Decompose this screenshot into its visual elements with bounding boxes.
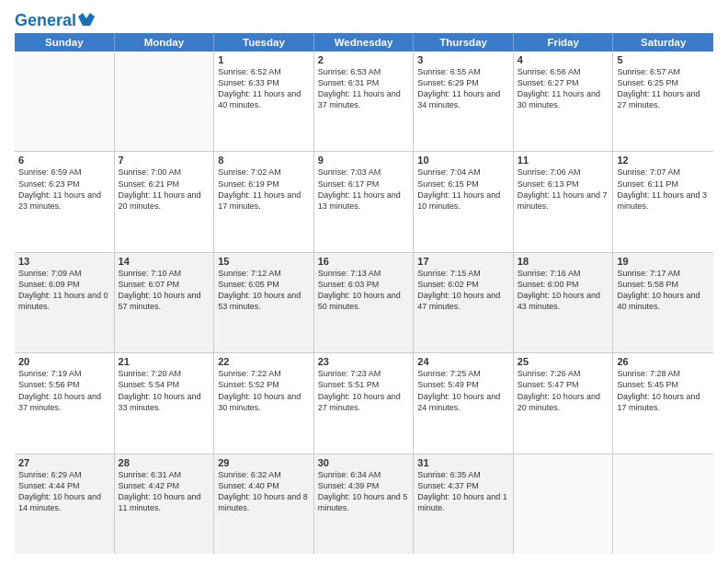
cal-cell	[613, 454, 713, 554]
cal-cell: 11Sunrise: 7:06 AM Sunset: 6:13 PM Dayli…	[514, 152, 614, 251]
day-info: Sunrise: 7:25 AM Sunset: 5:49 PM Dayligh…	[417, 368, 509, 413]
cal-cell: 2Sunrise: 6:53 AM Sunset: 6:31 PM Daylig…	[314, 52, 415, 151]
day-info: Sunrise: 6:34 AM Sunset: 4:39 PM Dayligh…	[318, 469, 410, 514]
day-info: Sunrise: 7:16 AM Sunset: 6:00 PM Dayligh…	[518, 268, 609, 313]
cal-cell	[115, 52, 215, 151]
page: General SundayMondayTuesdayWednesdayThur…	[0, 0, 728, 563]
logo: General	[15, 11, 95, 28]
cal-cell: 17Sunrise: 7:15 AM Sunset: 6:02 PM Dayli…	[414, 253, 514, 352]
cal-cell: 27Sunrise: 6:29 AM Sunset: 4:44 PM Dayli…	[15, 454, 115, 554]
cal-cell: 7Sunrise: 7:00 AM Sunset: 6:21 PM Daylig…	[115, 152, 215, 251]
cal-cell: 14Sunrise: 7:10 AM Sunset: 6:07 PM Dayli…	[115, 253, 215, 352]
day-info: Sunrise: 7:22 AM Sunset: 5:52 PM Dayligh…	[218, 368, 310, 413]
cal-cell: 16Sunrise: 7:13 AM Sunset: 6:03 PM Dayli…	[314, 253, 415, 352]
day-number: 8	[218, 155, 310, 166]
cal-header-monday: Monday	[115, 33, 215, 52]
day-number: 3	[417, 54, 509, 65]
cal-cell: 5Sunrise: 6:57 AM Sunset: 6:25 PM Daylig…	[613, 52, 713, 151]
day-info: Sunrise: 6:55 AM Sunset: 6:29 PM Dayligh…	[417, 66, 509, 111]
day-info: Sunrise: 7:03 AM Sunset: 6:17 PM Dayligh…	[318, 167, 410, 212]
day-number: 9	[318, 155, 410, 166]
cal-cell: 26Sunrise: 7:28 AM Sunset: 5:45 PM Dayli…	[613, 353, 713, 453]
cal-cell: 4Sunrise: 6:56 AM Sunset: 6:27 PM Daylig…	[514, 52, 614, 151]
day-info: Sunrise: 7:10 AM Sunset: 6:07 PM Dayligh…	[119, 268, 210, 313]
cal-cell: 25Sunrise: 7:26 AM Sunset: 5:47 PM Dayli…	[514, 353, 614, 453]
logo-text: General	[15, 12, 76, 30]
day-number: 14	[119, 256, 210, 267]
day-info: Sunrise: 6:53 AM Sunset: 6:31 PM Dayligh…	[318, 66, 410, 111]
day-number: 13	[18, 256, 110, 267]
day-info: Sunrise: 6:31 AM Sunset: 4:42 PM Dayligh…	[119, 469, 210, 514]
day-number: 2	[318, 54, 410, 65]
day-number: 1	[218, 54, 310, 65]
cal-cell: 20Sunrise: 7:19 AM Sunset: 5:56 PM Dayli…	[15, 353, 115, 453]
day-number: 20	[18, 356, 110, 367]
day-info: Sunrise: 7:04 AM Sunset: 6:15 PM Dayligh…	[417, 167, 509, 212]
day-number: 19	[617, 256, 710, 267]
day-info: Sunrise: 7:15 AM Sunset: 6:02 PM Dayligh…	[417, 268, 509, 313]
cal-cell: 23Sunrise: 7:23 AM Sunset: 5:51 PM Dayli…	[314, 353, 415, 453]
day-number: 11	[518, 155, 609, 166]
cal-cell: 13Sunrise: 7:09 AM Sunset: 6:09 PM Dayli…	[15, 253, 115, 352]
logo-triangle-icon	[78, 11, 95, 28]
day-info: Sunrise: 6:59 AM Sunset: 6:23 PM Dayligh…	[18, 167, 110, 212]
cal-week-1: 1Sunrise: 6:52 AM Sunset: 6:33 PM Daylig…	[15, 52, 713, 152]
day-number: 29	[218, 457, 310, 468]
cal-cell: 30Sunrise: 6:34 AM Sunset: 4:39 PM Dayli…	[314, 454, 415, 554]
svg-marker-0	[78, 13, 95, 26]
cal-header-friday: Friday	[514, 33, 614, 52]
cal-cell: 24Sunrise: 7:25 AM Sunset: 5:49 PM Dayli…	[414, 353, 514, 453]
cal-cell: 9Sunrise: 7:03 AM Sunset: 6:17 PM Daylig…	[314, 152, 415, 251]
day-number: 27	[18, 457, 110, 468]
day-info: Sunrise: 7:20 AM Sunset: 5:54 PM Dayligh…	[119, 368, 210, 413]
day-number: 10	[417, 155, 509, 166]
cal-cell: 19Sunrise: 7:17 AM Sunset: 5:58 PM Dayli…	[613, 253, 713, 352]
cal-header-wednesday: Wednesday	[314, 33, 415, 52]
day-info: Sunrise: 7:26 AM Sunset: 5:47 PM Dayligh…	[518, 368, 609, 413]
day-info: Sunrise: 7:12 AM Sunset: 6:05 PM Dayligh…	[218, 268, 310, 313]
cal-cell: 22Sunrise: 7:22 AM Sunset: 5:52 PM Dayli…	[214, 353, 314, 453]
calendar: SundayMondayTuesdayWednesdayThursdayFrid…	[15, 33, 713, 554]
cal-week-2: 6Sunrise: 6:59 AM Sunset: 6:23 PM Daylig…	[15, 152, 713, 252]
day-info: Sunrise: 7:23 AM Sunset: 5:51 PM Dayligh…	[318, 368, 410, 413]
day-number: 22	[218, 356, 310, 367]
calendar-body: 1Sunrise: 6:52 AM Sunset: 6:33 PM Daylig…	[15, 52, 713, 554]
day-number: 18	[518, 256, 609, 267]
day-number: 25	[518, 356, 609, 367]
cal-week-3: 13Sunrise: 7:09 AM Sunset: 6:09 PM Dayli…	[15, 253, 713, 353]
day-info: Sunrise: 6:56 AM Sunset: 6:27 PM Dayligh…	[518, 66, 609, 111]
cal-cell: 29Sunrise: 6:32 AM Sunset: 4:40 PM Dayli…	[214, 454, 314, 554]
day-number: 7	[119, 155, 210, 166]
day-number: 16	[318, 256, 410, 267]
cal-cell: 31Sunrise: 6:35 AM Sunset: 4:37 PM Dayli…	[414, 454, 514, 554]
day-info: Sunrise: 7:13 AM Sunset: 6:03 PM Dayligh…	[318, 268, 410, 313]
day-info: Sunrise: 6:29 AM Sunset: 4:44 PM Dayligh…	[18, 469, 110, 514]
day-info: Sunrise: 7:28 AM Sunset: 5:45 PM Dayligh…	[617, 368, 710, 413]
day-info: Sunrise: 7:07 AM Sunset: 6:11 PM Dayligh…	[617, 167, 710, 212]
day-number: 23	[318, 356, 410, 367]
cal-cell: 28Sunrise: 6:31 AM Sunset: 4:42 PM Dayli…	[115, 454, 215, 554]
day-number: 31	[417, 457, 509, 468]
cal-cell: 10Sunrise: 7:04 AM Sunset: 6:15 PM Dayli…	[414, 152, 514, 251]
day-info: Sunrise: 6:32 AM Sunset: 4:40 PM Dayligh…	[218, 469, 310, 514]
day-info: Sunrise: 6:57 AM Sunset: 6:25 PM Dayligh…	[617, 66, 710, 111]
day-number: 5	[617, 54, 710, 65]
header: General	[15, 11, 713, 28]
cal-cell: 18Sunrise: 7:16 AM Sunset: 6:00 PM Dayli…	[514, 253, 614, 352]
day-info: Sunrise: 7:17 AM Sunset: 5:58 PM Dayligh…	[617, 268, 710, 313]
cal-cell	[15, 52, 115, 151]
calendar-header: SundayMondayTuesdayWednesdayThursdayFrid…	[15, 33, 713, 52]
day-number: 28	[119, 457, 210, 468]
day-number: 26	[617, 356, 710, 367]
cal-cell: 21Sunrise: 7:20 AM Sunset: 5:54 PM Dayli…	[115, 353, 215, 453]
day-info: Sunrise: 7:00 AM Sunset: 6:21 PM Dayligh…	[119, 167, 210, 212]
cal-header-thursday: Thursday	[414, 33, 514, 52]
cal-cell: 1Sunrise: 6:52 AM Sunset: 6:33 PM Daylig…	[214, 52, 314, 151]
cal-cell: 8Sunrise: 7:02 AM Sunset: 6:19 PM Daylig…	[214, 152, 314, 251]
day-info: Sunrise: 7:02 AM Sunset: 6:19 PM Dayligh…	[218, 167, 310, 212]
day-number: 30	[318, 457, 410, 468]
day-number: 4	[518, 54, 609, 65]
day-info: Sunrise: 6:35 AM Sunset: 4:37 PM Dayligh…	[417, 469, 509, 514]
day-info: Sunrise: 6:52 AM Sunset: 6:33 PM Dayligh…	[218, 66, 310, 111]
day-number: 6	[18, 155, 110, 166]
